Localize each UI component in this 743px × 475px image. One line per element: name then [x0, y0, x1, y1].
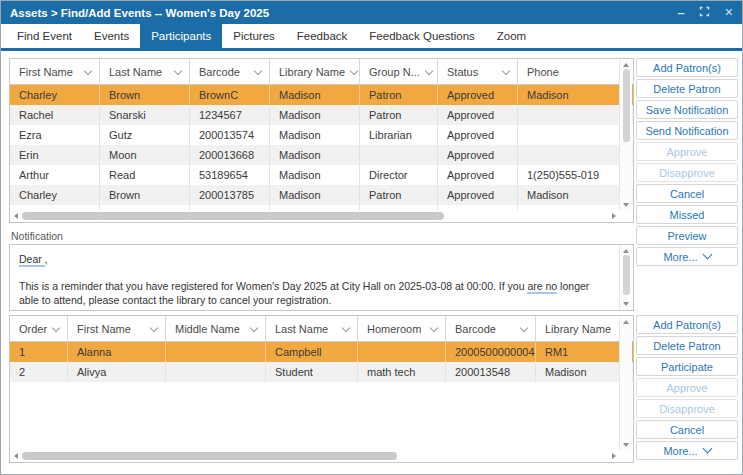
- scroll-up-icon[interactable]: [623, 63, 629, 67]
- chevron-down-icon: [702, 444, 712, 454]
- tab-feedback[interactable]: Feedback: [286, 24, 359, 48]
- notification-textarea[interactable]: Dear , This is a reminder that you have …: [9, 244, 634, 311]
- chevron-down-icon[interactable]: [174, 66, 182, 74]
- scroll-down-icon[interactable]: [623, 203, 629, 207]
- minimize-icon[interactable]: –: [678, 6, 684, 19]
- column-header-status[interactable]: Status: [438, 59, 518, 84]
- column-header-group-name[interactable]: Group N...: [360, 59, 438, 84]
- scroll-left-icon[interactable]: [14, 213, 18, 219]
- tab-zoom[interactable]: Zoom: [486, 24, 537, 48]
- registrants-table: Order First Name Middle Name Last Name H…: [9, 315, 634, 463]
- column-header-order[interactable]: Order: [10, 316, 68, 341]
- vertical-scrollbar[interactable]: [619, 60, 632, 210]
- window-title: Assets > Find/Add Events -- Women's Day …: [10, 7, 678, 19]
- notification-label: Notification: [11, 230, 63, 242]
- chevron-down-icon[interactable]: [150, 323, 158, 331]
- participants-table: First Name Last Name Barcode Library Nam…: [9, 58, 634, 223]
- column-header-last-name[interactable]: Last Name: [100, 59, 190, 84]
- registrant-row[interactable]: 1AlannaCampbell20005000000048RM1: [10, 342, 633, 362]
- chevron-down-icon[interactable]: [502, 66, 510, 74]
- disapprove-button: Disapprove: [636, 399, 738, 418]
- notification-body: This is a reminder that you have registe…: [19, 279, 611, 307]
- participant-row[interactable]: CharleyBrown200013785MadisonPatronApprov…: [10, 185, 633, 205]
- title-bar: Assets > Find/Add Events -- Women's Day …: [1, 1, 742, 24]
- chevron-down-icon[interactable]: [520, 323, 528, 331]
- delete-patron-button[interactable]: Delete Patron: [636, 79, 738, 98]
- scroll-down-icon[interactable]: [623, 302, 629, 306]
- scroll-down-icon[interactable]: [623, 443, 629, 447]
- scroll-up-icon[interactable]: [623, 249, 629, 253]
- more-button[interactable]: More...: [636, 441, 738, 460]
- participate-button[interactable]: Participate: [636, 357, 738, 376]
- chevron-down-icon[interactable]: [52, 323, 60, 331]
- restore-icon[interactable]: [699, 6, 710, 19]
- column-header-first-name[interactable]: First Name: [10, 59, 100, 84]
- tab-feedback-questions[interactable]: Feedback Questions: [358, 24, 485, 48]
- window-controls: – ×: [678, 6, 733, 19]
- column-header-barcode[interactable]: Barcode: [190, 59, 270, 84]
- approve-button: Approve: [636, 378, 738, 397]
- tab-bar: Find Event Events Participants Pictures …: [1, 24, 742, 48]
- scroll-left-icon[interactable]: [14, 453, 18, 459]
- scrollbar-thumb[interactable]: [623, 69, 630, 142]
- cancel-button[interactable]: Cancel: [636, 420, 738, 439]
- save-notification-button[interactable]: Save Notification: [636, 100, 738, 119]
- app-window: Assets > Find/Add Events -- Women's Day …: [0, 0, 743, 475]
- scrollbar-thumb[interactable]: [22, 212, 444, 220]
- tab-pictures[interactable]: Pictures: [222, 24, 286, 48]
- column-header-last-name[interactable]: Last Name: [266, 316, 358, 341]
- registrants-actions: Add Patron(s) Delete Patron Participate …: [636, 315, 738, 460]
- vertical-scrollbar[interactable]: [619, 317, 632, 450]
- participant-row[interactable]: ErinMoon200013668MadisonApproved: [10, 145, 633, 165]
- column-header-barcode[interactable]: Barcode: [446, 316, 536, 341]
- vertical-scrollbar[interactable]: [619, 246, 632, 309]
- horizontal-scrollbar[interactable]: [11, 210, 619, 221]
- chevron-down-icon: [702, 250, 712, 260]
- approve-button: Approve: [636, 142, 738, 161]
- horizontal-scrollbar[interactable]: [11, 450, 619, 461]
- chevron-down-icon[interactable]: [342, 323, 350, 331]
- notification-greeting: Dear ,: [19, 252, 611, 266]
- participant-row[interactable]: CharleyBrownBrownCMadisonPatronApprovedM…: [10, 85, 633, 105]
- add-patrons-button[interactable]: Add Patron(s): [636, 315, 738, 334]
- participant-row[interactable]: ArthurRead53189654MadisonDirectorApprove…: [10, 165, 633, 185]
- participant-row[interactable]: EzraGutz200013574MadisonLibrarianApprove…: [10, 125, 633, 145]
- delete-patron-button[interactable]: Delete Patron: [636, 336, 738, 355]
- more-button[interactable]: More...: [636, 247, 738, 266]
- column-header-first-name[interactable]: First Name: [68, 316, 166, 341]
- tab-accent-line: [1, 48, 742, 51]
- disapprove-button: Disapprove: [636, 163, 738, 182]
- preview-button[interactable]: Preview: [636, 226, 738, 245]
- column-header-phone[interactable]: Phone: [518, 59, 633, 84]
- column-header-library-name[interactable]: Library Name: [270, 59, 360, 84]
- chevron-down-icon[interactable]: [425, 66, 433, 74]
- scrollbar-thumb[interactable]: [22, 452, 397, 460]
- tab-participants[interactable]: Participants: [140, 24, 222, 48]
- scroll-right-icon[interactable]: [612, 213, 616, 219]
- chevron-down-icon[interactable]: [430, 323, 438, 331]
- close-icon[interactable]: ×: [725, 6, 733, 19]
- chevron-down-icon[interactable]: [350, 66, 358, 74]
- chevron-down-icon[interactable]: [254, 66, 262, 74]
- tab-events[interactable]: Events: [83, 24, 140, 48]
- registrants-header-row: Order First Name Middle Name Last Name H…: [10, 316, 633, 342]
- scroll-up-icon[interactable]: [623, 320, 629, 324]
- scrollbar-thumb[interactable]: [623, 255, 630, 295]
- missed-button[interactable]: Missed: [636, 205, 738, 224]
- cancel-button[interactable]: Cancel: [636, 184, 738, 203]
- column-header-middle-name[interactable]: Middle Name: [166, 316, 266, 341]
- chevron-down-icon[interactable]: [84, 66, 92, 74]
- registrant-row[interactable]: 2AlivyaStudentmath tech200013548Madison: [10, 362, 633, 382]
- column-header-homeroom[interactable]: Homeroom: [358, 316, 446, 341]
- chevron-down-icon[interactable]: [250, 323, 258, 331]
- scroll-right-icon[interactable]: [612, 453, 616, 459]
- add-patrons-button[interactable]: Add Patron(s): [636, 58, 738, 77]
- tab-find-event[interactable]: Find Event: [6, 24, 83, 48]
- send-notification-button[interactable]: Send Notification: [636, 121, 738, 140]
- participant-row[interactable]: RachelSnarski1234567MadisonPatronApprove…: [10, 105, 633, 125]
- participants-header-row: First Name Last Name Barcode Library Nam…: [10, 59, 633, 85]
- participants-actions: Add Patron(s) Delete Patron Save Notific…: [636, 58, 738, 266]
